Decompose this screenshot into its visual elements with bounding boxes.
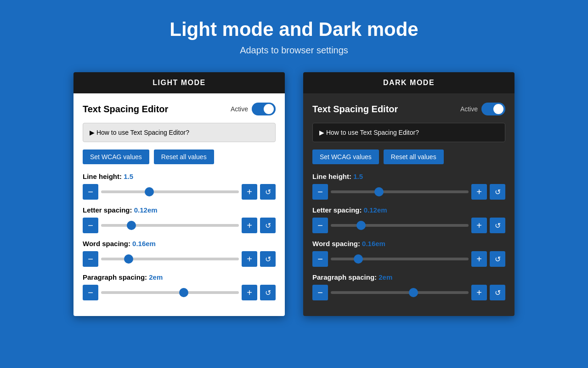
- dark-wcag-button[interactable]: Set WCAG values: [312, 150, 379, 164]
- dark-line-height-plus[interactable]: [471, 184, 487, 200]
- light-paragraph-spacing-plus[interactable]: [242, 285, 257, 300]
- light-paragraph-spacing-reset[interactable]: [260, 285, 276, 300]
- light-letter-spacing-minus[interactable]: [83, 218, 98, 233]
- light-letter-spacing-section: Letter spacing: 0.12em: [83, 206, 276, 233]
- dark-letter-spacing-thumb[interactable]: [356, 221, 366, 230]
- dark-reset-button[interactable]: Reset all values: [384, 150, 444, 164]
- dark-letter-spacing-track[interactable]: [331, 218, 469, 233]
- light-word-spacing-section: Word spacing: 0.16em: [83, 240, 276, 267]
- dark-toggle-label: Active: [460, 105, 478, 113]
- dark-line-height-row: [312, 184, 505, 200]
- light-active-toggle[interactable]: [252, 103, 276, 115]
- dark-word-spacing-row: [312, 251, 505, 267]
- light-word-spacing-row: [83, 251, 276, 267]
- dark-paragraph-spacing-minus[interactable]: [312, 285, 328, 300]
- light-letter-spacing-row: [83, 218, 276, 233]
- dark-letter-spacing-row: [312, 218, 505, 233]
- dark-paragraph-spacing-reset[interactable]: [490, 285, 505, 300]
- light-letter-spacing-track[interactable]: [101, 218, 239, 233]
- dark-paragraph-spacing-plus[interactable]: [471, 285, 487, 300]
- dark-letter-spacing-reset[interactable]: [490, 218, 505, 233]
- dark-letter-spacing-minus[interactable]: [312, 218, 328, 233]
- light-word-spacing-plus[interactable]: [242, 251, 257, 267]
- dark-word-spacing-section: Word spacing: 0.16em: [312, 240, 505, 267]
- dark-word-spacing-thumb[interactable]: [354, 254, 363, 264]
- dark-letter-spacing-label: Letter spacing: 0.12em: [312, 206, 505, 214]
- dark-line-height-reset[interactable]: [490, 184, 505, 200]
- dark-editor-title-row: Text Spacing Editor Active: [312, 103, 505, 115]
- light-wcag-button[interactable]: Set WCAG values: [83, 150, 149, 164]
- light-toggle-slider: [252, 103, 276, 115]
- dark-letter-spacing-bg: [331, 224, 469, 227]
- light-line-height-minus[interactable]: [83, 184, 98, 200]
- light-line-height-track[interactable]: [101, 184, 239, 200]
- light-panel-label: LIGHT MODE: [153, 79, 205, 86]
- dark-word-spacing-minus[interactable]: [312, 251, 328, 267]
- dark-line-height-bg: [331, 190, 469, 193]
- dark-line-height-track[interactable]: [331, 184, 469, 200]
- dark-paragraph-spacing-label: Paragraph spacing: 2em: [312, 273, 505, 281]
- page-header: Light mode and Dark mode Adapts to brows…: [170, 0, 418, 63]
- dark-editor-title: Text Spacing Editor: [312, 104, 398, 115]
- light-accordion[interactable]: ▶ How to use Text Spacing Editor?: [83, 123, 276, 142]
- dark-word-spacing-reset[interactable]: [490, 251, 505, 267]
- light-paragraph-spacing-track[interactable]: [101, 285, 239, 300]
- light-letter-spacing-label: Letter spacing: 0.12em: [83, 206, 276, 214]
- light-letter-spacing-bg: [101, 224, 239, 227]
- light-letter-spacing-reset[interactable]: [260, 218, 276, 233]
- light-line-height-bg: [101, 190, 239, 193]
- dark-mode-panel: DARK MODE Text Spacing Editor Active ▶ H…: [303, 72, 514, 316]
- light-word-spacing-minus[interactable]: [83, 251, 98, 267]
- dark-panel-label: DARK MODE: [383, 79, 435, 86]
- light-editor-title: Text Spacing Editor: [83, 104, 168, 115]
- light-panel-header: LIGHT MODE: [74, 72, 285, 93]
- light-line-height-label: Line height: 1.5: [83, 172, 276, 180]
- light-word-spacing-label: Word spacing: 0.16em: [83, 240, 276, 247]
- light-paragraph-spacing-minus[interactable]: [83, 285, 98, 300]
- light-word-spacing-thumb[interactable]: [124, 254, 133, 264]
- dark-accordion-text: ▶ How to use Text Spacing Editor?: [319, 129, 419, 136]
- dark-btn-row: Set WCAG values Reset all values: [312, 150, 505, 164]
- dark-word-spacing-track[interactable]: [331, 251, 469, 267]
- light-toggle-group: Active: [231, 103, 276, 115]
- light-editor-title-row: Text Spacing Editor Active: [83, 103, 276, 115]
- dark-paragraph-spacing-thumb[interactable]: [409, 288, 418, 297]
- light-panel-body: Text Spacing Editor Active ▶ How to use …: [74, 93, 285, 316]
- light-accordion-text: ▶ How to use Text Spacing Editor?: [90, 129, 189, 136]
- dark-panel-body: Text Spacing Editor Active ▶ How to use …: [303, 93, 514, 316]
- dark-paragraph-spacing-row: [312, 285, 505, 300]
- dark-line-height-minus[interactable]: [312, 184, 328, 200]
- dark-accordion[interactable]: ▶ How to use Text Spacing Editor?: [312, 123, 505, 142]
- light-paragraph-spacing-section: Paragraph spacing: 2em: [83, 273, 276, 300]
- dark-letter-spacing-plus[interactable]: [471, 218, 487, 233]
- dark-panel-header: DARK MODE: [303, 72, 514, 93]
- dark-toggle-slider: [481, 103, 505, 115]
- light-line-height-section: Line height: 1.5: [83, 172, 276, 200]
- dark-word-spacing-bg: [331, 258, 469, 260]
- light-line-height-plus[interactable]: [242, 184, 257, 200]
- dark-line-height-thumb[interactable]: [374, 187, 384, 196]
- dark-word-spacing-plus[interactable]: [471, 251, 487, 267]
- dark-line-height-label: Line height: 1.5: [312, 172, 505, 180]
- light-paragraph-spacing-thumb[interactable]: [179, 288, 188, 297]
- light-word-spacing-track[interactable]: [101, 251, 239, 267]
- dark-line-height-section: Line height: 1.5: [312, 172, 505, 200]
- light-word-spacing-reset[interactable]: [260, 251, 276, 267]
- dark-word-spacing-label: Word spacing: 0.16em: [312, 240, 505, 247]
- light-toggle-label: Active: [231, 105, 248, 113]
- panels-container: LIGHT MODE Text Spacing Editor Active ▶ …: [74, 72, 514, 316]
- light-letter-spacing-thumb[interactable]: [127, 221, 136, 230]
- light-line-height-row: [83, 184, 276, 200]
- dark-active-toggle[interactable]: [481, 103, 505, 115]
- dark-paragraph-spacing-section: Paragraph spacing: 2em: [312, 273, 505, 300]
- dark-paragraph-spacing-track[interactable]: [331, 285, 469, 300]
- dark-paragraph-spacing-bg: [331, 291, 469, 294]
- light-line-height-thumb[interactable]: [145, 187, 154, 196]
- light-mode-panel: LIGHT MODE Text Spacing Editor Active ▶ …: [74, 72, 285, 316]
- light-paragraph-spacing-label: Paragraph spacing: 2em: [83, 273, 276, 281]
- light-letter-spacing-plus[interactable]: [242, 218, 257, 233]
- light-line-height-reset[interactable]: [260, 184, 276, 200]
- light-word-spacing-bg: [101, 258, 239, 260]
- light-reset-button[interactable]: Reset all values: [154, 150, 214, 164]
- light-btn-row: Set WCAG values Reset all values: [83, 150, 276, 164]
